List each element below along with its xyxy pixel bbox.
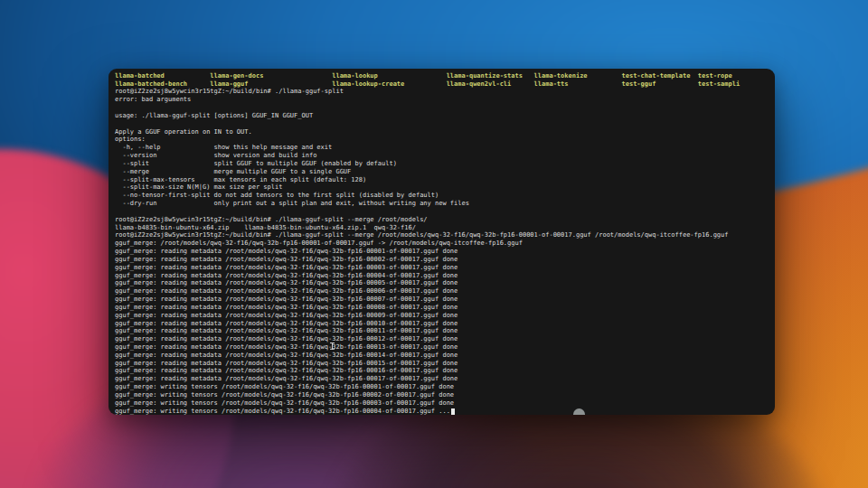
terminal-line: gguf_merge: /root/models/qwq-32-f16/qwq-… [115,239,769,248]
terminal-line: --split-max-tensors max tensors in each … [115,176,769,184]
terminal-line: root@iZ2ze2sj8w5ywcin3r15tgZ:~/build/bin… [115,216,769,224]
terminal-line: gguf_merge: reading metadata /root/model… [115,320,769,328]
terminal-line: options: [115,136,769,144]
block-cursor [451,408,455,415]
terminal-line: -h, --help show this help message and ex… [115,144,769,152]
terminal-line: error: bad arguments [115,96,769,104]
terminal-line: gguf_merge: reading metadata /root/model… [115,264,769,272]
terminal-line: gguf_merge: reading metadata /root/model… [115,256,769,264]
terminal-line: gguf_merge: reading metadata /root/model… [115,296,769,304]
text-cursor-artifact [330,343,335,350]
terminal-line: llama-batched-bench llama-gguf llama-loo… [115,80,769,89]
terminal-line: gguf_merge: reading metadata /root/model… [115,343,769,352]
terminal-line: gguf_merge: reading metadata /root/model… [115,304,769,312]
terminal-line: --merge merge multiple GGUF to a single … [115,168,769,176]
terminal-line: --dry-run only print out a split plan an… [115,200,769,208]
terminal-window[interactable]: - - - -llama-batched llama-gen-docs llam… [108,69,775,415]
terminal-line: llama-batched llama-gen-docs llama-looku… [115,72,769,80]
terminal-line: - - - - [115,69,769,72]
terminal-output[interactable]: - - - -llama-batched llama-gen-docs llam… [108,69,775,415]
terminal-line: gguf_merge: reading metadata /root/model… [115,312,769,320]
terminal-line: usage: ./llama-gguf-split [options] GGUF… [115,112,769,120]
terminal-line: gguf_merge: reading metadata /root/model… [115,327,769,335]
terminal-line: --version show version and build info [115,152,769,160]
terminal-line: gguf_merge: reading metadata /root/model… [115,335,769,343]
terminal-line: gguf_merge: reading metadata /root/model… [115,375,769,383]
terminal-line: gguf_merge: reading metadata /root/model… [115,272,769,280]
terminal-line: gguf_merge: writing tensors /root/models… [115,399,769,408]
terminal-line: gguf_merge: reading metadata /root/model… [115,360,769,368]
pointer-artifact [573,408,585,415]
terminal-line: Apply a GGUF operation on IN to OUT. [115,128,769,136]
terminal-line: gguf_merge: writing tensors /root/models… [115,408,769,415]
terminal-line: root@iZ2ze2sj8w5ywcin3r15tgZ:~/build/bin… [115,231,769,239]
terminal-line: --split-max-size N(M|G) max size per spl… [115,183,769,192]
terminal-line: gguf_merge: reading metadata /root/model… [115,367,769,375]
terminal-line: --split split GGUF to multiple GGUF (ena… [115,160,769,168]
terminal-line: llama-b4835-bin-ubuntu-x64.zip llama-b48… [115,224,769,232]
terminal-line: gguf_merge: reading metadata /root/model… [115,352,769,360]
terminal-line [115,104,769,112]
terminal-line [115,208,769,216]
terminal-line: --no-tensor-first-split do not add tenso… [115,192,769,200]
terminal-line: gguf_merge: writing tensors /root/models… [115,383,769,391]
terminal-line: root@iZ2ze2sj8w5ywcin3r15tgZ:~/build/bin… [115,88,769,96]
terminal-line: gguf_merge: reading metadata /root/model… [115,279,769,287]
terminal-line: gguf_merge: reading metadata /root/model… [115,248,769,256]
terminal-line: gguf_merge: reading metadata /root/model… [115,287,769,296]
desktop: - - - -llama-batched llama-gen-docs llam… [0,0,868,488]
terminal-line: gguf_merge: writing tensors /root/models… [115,391,769,399]
terminal-line [115,120,769,128]
